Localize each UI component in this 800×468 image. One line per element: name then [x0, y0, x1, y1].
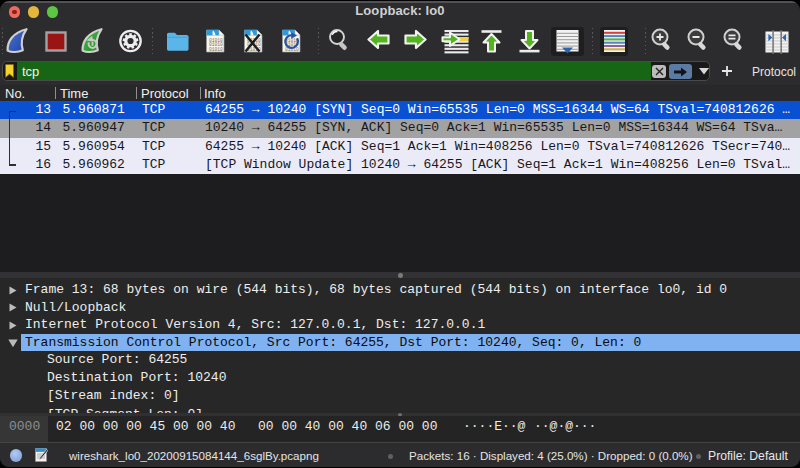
svg-text:01010: 01010	[209, 47, 223, 52]
